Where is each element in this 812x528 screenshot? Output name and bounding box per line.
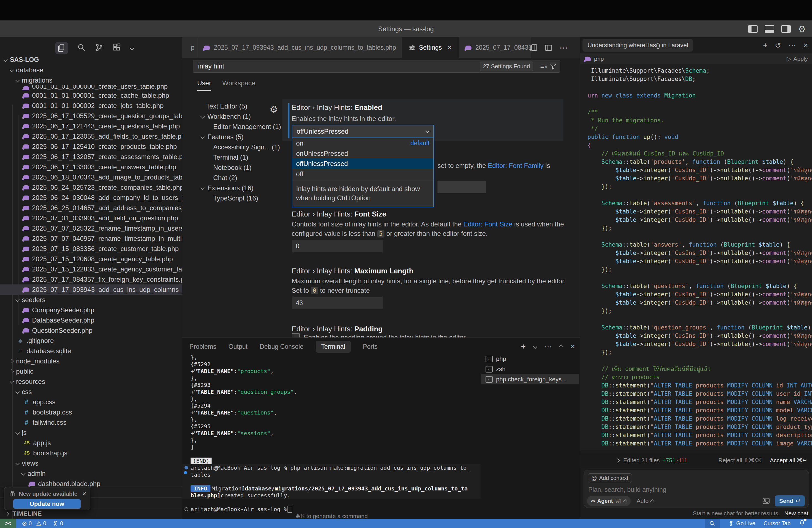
tab-migration-file[interactable]: 2025_07_17_093943_add_cus_ins_udp_column…	[197, 37, 402, 58]
tree-item[interactable]: js	[0, 427, 182, 438]
tree-item[interactable]: node_modules	[0, 356, 182, 366]
tab-migration-file-2[interactable]: 2025_07_17_084357_	[459, 37, 531, 58]
reject-all-button[interactable]: Reject all ⇧⌘⌫	[719, 457, 763, 464]
tree-item[interactable]: 2025_06_17_105529_create_question_groups…	[0, 111, 182, 121]
tree-item[interactable]: #tailwind.css	[0, 417, 182, 427]
tree-item[interactable]: views	[0, 458, 182, 468]
tree-item[interactable]: DatabaseSeeder.php	[0, 315, 182, 325]
tree-item[interactable]: 2025_06_17_123055_add_fields_to_users_ta…	[0, 131, 182, 142]
setting-gear-icon[interactable]: ⚙	[270, 104, 278, 115]
clear-filters-icon[interactable]: ≡×	[540, 62, 547, 70]
dropdown-option-offUnlessPressed[interactable]: offUnlessPressed	[292, 159, 433, 169]
status-search[interactable]	[705, 519, 720, 528]
go-live-button[interactable]: Go Live	[728, 520, 755, 527]
ports-indicator[interactable]: 0	[52, 520, 63, 527]
chevron-down-icon[interactable]	[130, 46, 134, 50]
close-icon[interactable]: ×	[447, 43, 452, 52]
image-icon[interactable]	[763, 498, 770, 504]
tree-item[interactable]: 2025_07_17_084357_fix_foreign_key_constr…	[0, 274, 182, 284]
chat-input-box[interactable]: @ Add context Plan, search, build anythi…	[584, 470, 809, 508]
model-selector[interactable]: Auto	[637, 498, 654, 504]
toc-item-notebook[interactable]: Notebook (1)	[200, 162, 283, 173]
terminal-instance[interactable]: ›_php check_foreign_keys...	[481, 374, 579, 384]
history-icon[interactable]: ↺	[775, 41, 781, 50]
panel-tab-ports[interactable]: Ports	[363, 343, 378, 350]
font-family-link[interactable]: Editor: Font Family	[488, 162, 543, 169]
agent-mode-selector[interactable]: ∞ Agent ⌘I	[587, 496, 630, 506]
scope-tab-user[interactable]: User	[197, 79, 211, 91]
toggle-left-panel-icon[interactable]	[748, 25, 758, 33]
toggle-bottom-panel-icon[interactable]	[765, 25, 774, 33]
layout-settings-icon[interactable]: ⚙	[798, 25, 806, 33]
tree-item[interactable]: 0001_01_01_000001_create_cache_table.php	[0, 90, 182, 101]
tree-item[interactable]: admin	[0, 468, 182, 479]
toggle-right-panel-icon[interactable]	[781, 25, 791, 33]
tree-item[interactable]: SAS-LOG	[0, 55, 182, 65]
explorer-icon[interactable]	[55, 42, 68, 54]
cursor-tab-toggle[interactable]: Cursor Tab	[764, 520, 791, 527]
tree-item[interactable]: css	[0, 386, 182, 397]
tree-item[interactable]: 0001_01_01_000000_create_users_table.php	[0, 85, 182, 90]
tree-item[interactable]: seeders	[0, 295, 182, 305]
tree-item[interactable]: 2025_06_17_121443_create_questions_table…	[0, 121, 182, 131]
more-actions-icon[interactable]: ⋯	[560, 43, 568, 53]
search-input[interactable]: inlay hint	[198, 62, 480, 70]
chat-tab[interactable]: Understanding whereHas() in Laravel	[582, 39, 693, 52]
scope-tab-workspace[interactable]: Workspace	[222, 79, 256, 91]
tab-settings[interactable]: Settings ×	[402, 37, 459, 58]
tree-item[interactable]: 2025_06_18_070343_add_image_to_products_…	[0, 172, 182, 182]
panel-tab-output[interactable]: Output	[228, 343, 247, 350]
toc-item-typescript[interactable]: TypeScript (16)	[200, 193, 283, 203]
max-length-input[interactable]: 43	[292, 297, 383, 309]
enabled-select[interactable]: offUnlessPressed	[292, 125, 434, 138]
new-chat-link[interactable]: New chat	[784, 510, 808, 517]
accept-all-button[interactable]: Accept all ⌘↵	[770, 457, 807, 464]
font-family-input-fragment[interactable]	[437, 180, 486, 193]
add-context-chip[interactable]: @ Add context	[588, 473, 632, 483]
tree-item[interactable]: 2025_07_15_122833_create_agency_customer…	[0, 264, 182, 274]
problems-indicator[interactable]: ⊗0 ⚠0	[22, 520, 46, 527]
new-terminal-icon[interactable]: +	[521, 342, 526, 351]
update-now-button[interactable]: Update now	[13, 499, 81, 509]
tree-item[interactable]: 2025_06_24_025723_create_companies_table…	[0, 182, 182, 192]
toc-item-accessibility-sign-[interactable]: Accessibility Sign... (1)	[200, 142, 283, 152]
tree-item[interactable]: 2025_07_01_033903_add_field_on_question.…	[0, 213, 182, 223]
settings-search[interactable]: inlay hint 27 Settings Found ≡×	[193, 60, 560, 73]
tree-item[interactable]: 2025_06_25_014657_add_address_to_compani…	[0, 203, 182, 213]
toc-item-terminal[interactable]: Terminal (1)	[200, 152, 283, 162]
bell-icon[interactable]	[799, 519, 806, 527]
dropdown-option-on[interactable]: ondefault	[292, 138, 433, 148]
dropdown-option-onUnlessPressed[interactable]: onUnlessPressed	[292, 148, 433, 159]
tree-item[interactable]: 2025_07_17_093943_add_cus_ins_udp_column…	[0, 284, 182, 295]
maximize-panel-icon[interactable]	[559, 344, 563, 349]
tree-item[interactable]: migrations	[0, 75, 182, 85]
toc-item-chat[interactable]: Chat (2)	[200, 173, 283, 183]
font-size-input[interactable]: 0	[292, 240, 383, 252]
tree-item[interactable]: 2025_06_17_125410_create_products_table.…	[0, 142, 182, 151]
tree-item[interactable]: 2025_06_17_133003_create_answers_table.p…	[0, 162, 182, 172]
extensions-icon[interactable]	[113, 43, 121, 53]
source-control-icon[interactable]	[95, 43, 103, 53]
tree-item[interactable]: public	[0, 366, 182, 377]
more-actions-icon[interactable]: ⋯	[788, 41, 796, 50]
toc-item-features[interactable]: Features (5)	[200, 132, 283, 142]
tab-partial[interactable]: p	[182, 37, 197, 58]
chevron-right-icon[interactable]	[615, 458, 620, 463]
tree-item[interactable]: QuestionSeeder.php	[0, 325, 182, 336]
tree-item[interactable]: ≡database.sqlite	[0, 346, 182, 356]
tree-item[interactable]: #bootstrap.css	[0, 407, 182, 417]
toc-item-extensions[interactable]: Extensions (16)	[200, 183, 283, 193]
panel-tab-terminal[interactable]: Terminal	[316, 341, 351, 353]
close-panel-icon[interactable]: ×	[570, 342, 575, 351]
terminal-instance[interactable]: ›_zsh	[481, 364, 579, 374]
tree-item[interactable]: JSapp.js	[0, 438, 182, 448]
tree-item[interactable]: 2025_07_15_083356_create_customer_table.…	[0, 244, 182, 254]
tree-item[interactable]: 2025_06_17_132057_create_assessments_tab…	[0, 151, 182, 162]
close-icon[interactable]: ×	[803, 41, 808, 50]
tree-item[interactable]: CompanySeeder.php	[0, 305, 182, 315]
filter-icon[interactable]	[550, 63, 556, 70]
panel-tab-debug-console[interactable]: Debug Console	[260, 343, 304, 350]
tree-item[interactable]: 0001_01_01_000002_create_jobs_table.php	[0, 101, 182, 111]
tree-item[interactable]: ◆.gitignore	[0, 336, 182, 346]
remote-indicator[interactable]: ><	[0, 519, 16, 528]
